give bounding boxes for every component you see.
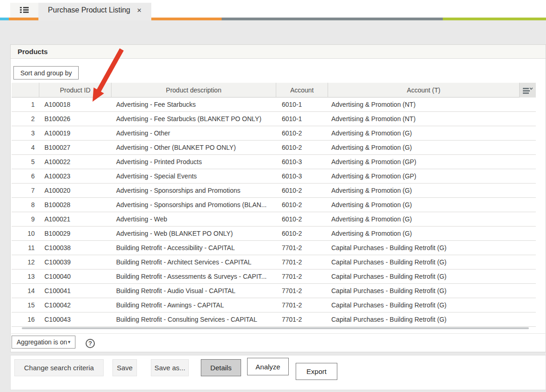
close-icon[interactable]: ✕ — [136, 7, 142, 13]
row-number: 12 — [12, 255, 39, 270]
row-number: 1 — [12, 98, 39, 112]
cell-product-id: C100041 — [39, 284, 111, 298]
cell-product-id: A100019 — [39, 126, 111, 141]
table-row[interactable]: 2 B100026 Advertising - Fee Starbucks (B… — [12, 112, 536, 126]
row-number: 13 — [12, 270, 39, 284]
cell-account: 7701-2 — [276, 284, 328, 298]
table-row[interactable]: 9 A100021 Advertising - Web 6010-2 Adver… — [12, 212, 536, 227]
row-number: 10 — [12, 227, 39, 241]
help-icon[interactable]: ? — [86, 339, 95, 348]
cell-description: Advertising - Other — [111, 126, 276, 141]
table-row[interactable]: 10 B100029 Advertising - Web (BLANKET PO… — [12, 227, 536, 241]
table-row[interactable]: 13 C100040 Building Retrofit - Assessmen… — [12, 270, 536, 284]
row-number: 3 — [12, 126, 39, 141]
row-number: 14 — [12, 284, 39, 298]
table-row[interactable]: 12 C100039 Building Retrofit - Architect… — [12, 255, 536, 270]
table-row[interactable]: 14 C100041 Building Retrofit - Audio Vis… — [12, 284, 536, 298]
cell-product-id: C100040 — [39, 270, 111, 284]
cell-account-t: Advertising & Promotion (NT) — [328, 98, 519, 112]
cell-product-id: B100026 — [39, 112, 111, 126]
horizontal-scrollbar[interactable] — [22, 327, 529, 329]
cell-description: Advertising - Web (BLANKET PO ONLY) — [111, 227, 276, 241]
products-grid: Product ID Product description Account A… — [12, 83, 536, 327]
row-number: 9 — [12, 212, 39, 227]
cell-account: 6010-2 — [276, 126, 328, 141]
save-as-button[interactable]: Save as... — [151, 359, 189, 376]
cell-account: 7701-2 — [276, 270, 328, 284]
export-button[interactable]: Export — [296, 363, 337, 380]
grid-body: 1 A100018 Advertising - Fee Starbucks 60… — [12, 98, 536, 327]
table-row[interactable]: 8 B100028 Advertising - Sponsorships and… — [12, 198, 536, 212]
grid-menu-button[interactable] — [519, 83, 536, 98]
column-header-account[interactable]: Account — [276, 83, 328, 98]
row-number: 16 — [12, 312, 39, 327]
table-row[interactable]: 16 C100043 Building Retrofit - Consultin… — [12, 312, 536, 327]
cell-account-t: Advertising & Promotion (G) — [328, 227, 519, 241]
cell-account-t: Advertising & Promotion (G) — [328, 184, 519, 198]
cell-product-id: C100039 — [39, 255, 111, 270]
app-window: Purchase Product Listing ✕ Products Sort… — [0, 0, 546, 392]
column-header-description[interactable]: Product description — [111, 83, 276, 98]
cell-account: 6010-2 — [276, 198, 328, 212]
column-header-account-t[interactable]: Account (T) — [328, 83, 519, 98]
column-header-product-id[interactable]: Product ID — [39, 83, 111, 98]
analyze-button[interactable]: Analyze — [247, 358, 289, 375]
cell-account-t: Capital Purchases - Building Retrofit (G… — [328, 270, 519, 284]
cell-account: 6010-2 — [276, 141, 328, 155]
cell-account-t: Advertising & Promotion (NT) — [328, 112, 519, 126]
cell-account-t: Capital Purchases - Building Retrofit (G… — [328, 312, 519, 327]
row-number: 2 — [12, 112, 39, 126]
cell-account-t: Advertising & Promotion (G) — [328, 126, 519, 141]
cell-product-id: A100023 — [39, 169, 111, 184]
cell-description: Building Retrofit - Accessibility - CAPI… — [111, 241, 276, 255]
tab-bar: Purchase Product Listing ✕ — [0, 0, 546, 18]
row-number: 6 — [12, 169, 39, 184]
table-row[interactable]: 7 A100020 Advertising - Sponsorships and… — [12, 184, 536, 198]
tab-menu[interactable] — [10, 3, 38, 18]
change-search-criteria-button[interactable]: Change search criteria — [14, 359, 104, 376]
table-row[interactable]: 6 A100023 Advertising - Special Events 6… — [12, 169, 536, 184]
menu-chevron-icon — [523, 87, 533, 94]
tab-purchase-product-listing[interactable]: Purchase Product Listing ✕ — [38, 3, 151, 18]
save-button[interactable]: Save — [112, 359, 137, 376]
cell-description: Advertising - Sponsorships and Promotion… — [111, 184, 276, 198]
cell-description: Building Retrofit - Consulting Services … — [111, 312, 276, 327]
table-row[interactable]: 5 A100022 Advertising - Printed Products… — [12, 155, 536, 169]
cell-description: Advertising - Special Events — [111, 169, 276, 184]
aggregation-dropdown[interactable]: Aggregation is on ▼ — [12, 336, 75, 349]
cell-account-t: Advertising & Promotion (G) — [328, 212, 519, 227]
sort-and-group-button[interactable]: Sort and group by — [13, 66, 79, 80]
cell-account: 7701-2 — [276, 255, 328, 270]
cell-product-id: A100022 — [39, 155, 111, 169]
cell-product-id: A100018 — [39, 98, 111, 112]
table-row[interactable]: 11 C100038 Building Retrofit - Accessibi… — [12, 241, 536, 255]
cell-account-t: Capital Purchases - Building Retrofit (G… — [328, 241, 519, 255]
table-row[interactable]: 4 B100027 Advertising - Other (BLANKET P… — [12, 141, 536, 155]
row-number: 7 — [12, 184, 39, 198]
panel-title: Products — [18, 48, 48, 55]
column-header-rownum[interactable] — [12, 83, 39, 98]
row-number: 15 — [12, 298, 39, 312]
cell-product-id: C100038 — [39, 241, 111, 255]
row-number: 5 — [12, 155, 39, 169]
row-number: 4 — [12, 141, 39, 155]
horizontal-scrollbar-track — [11, 333, 546, 334]
table-row[interactable]: 3 A100019 Advertising - Other 6010-2 Adv… — [12, 126, 536, 141]
cell-account-t: Capital Purchases - Building Retrofit (G… — [328, 298, 519, 312]
table-row[interactable]: 15 C100042 Building Retrofit - Awnings -… — [12, 298, 536, 312]
cell-account: 6010-3 — [276, 169, 328, 184]
cell-account-t: Advertising & Promotion (G) — [328, 198, 519, 212]
chevron-down-icon: ▼ — [67, 340, 71, 344]
cell-product-id: A100021 — [39, 212, 111, 227]
cell-description: Advertising - Fee Starbucks (BLANKET PO … — [111, 112, 276, 126]
cell-description: Building Retrofit - Assessments & Survey… — [111, 270, 276, 284]
cell-account-t: Advertising & Promotion (GP) — [328, 155, 519, 169]
cell-product-id: B100028 — [39, 198, 111, 212]
cell-description: Building Retrofit - Awnings - CAPITAL — [111, 298, 276, 312]
details-button[interactable]: Details — [201, 359, 241, 376]
row-number: 11 — [12, 241, 39, 255]
table-row[interactable]: 1 A100018 Advertising - Fee Starbucks 60… — [12, 98, 536, 112]
cell-account: 7701-2 — [276, 298, 328, 312]
cell-account: 6010-2 — [276, 227, 328, 241]
cell-product-id: B100027 — [39, 141, 111, 155]
